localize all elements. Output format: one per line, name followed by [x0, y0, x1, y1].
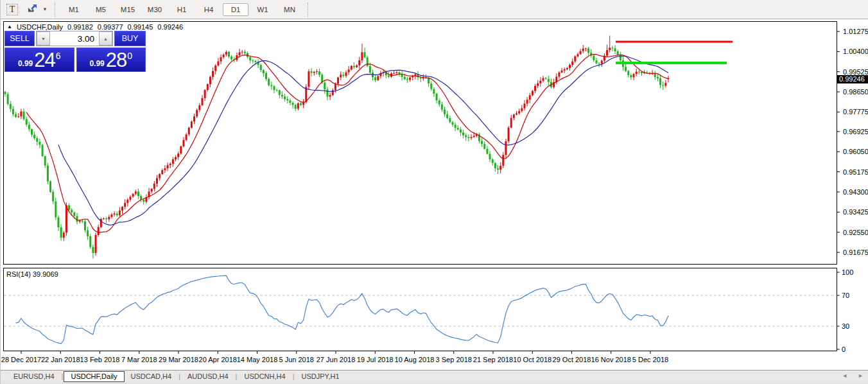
tab-scroll-left-icon[interactable]: ◄ — [842, 372, 847, 379]
svg-text:10 Oct 2018: 10 Oct 2018 — [513, 356, 551, 363]
price-axis[interactable]: 1.012751.004000.995250.986500.977750.969… — [837, 28, 868, 256]
ohlc-high: 0.99377 — [98, 23, 123, 31]
svg-text:16 Nov 2018: 16 Nov 2018 — [591, 356, 631, 363]
tab-scroll-arrows: ◄ ► — [842, 372, 864, 379]
svg-text:0.95175: 0.95175 — [843, 168, 868, 176]
svg-text:20 Apr 2018: 20 Apr 2018 — [199, 356, 237, 363]
triangle-down-icon: ▼ — [41, 37, 46, 41]
chart-tab-bar: EURUSD,H4|USDCHF,DailyUSDCAD,H4|AUDUSD,H… — [1, 370, 868, 382]
buy-price-box[interactable]: 0.99 28 0 — [76, 48, 146, 72]
svg-text:0.96050: 0.96050 — [843, 148, 868, 155]
ohlc-open: 0.99182 — [67, 23, 93, 31]
sell-button[interactable]: SELL — [4, 31, 35, 46]
svg-text:21 Sep 2018: 21 Sep 2018 — [473, 356, 513, 363]
svg-text:22 Jan 2018: 22 Jan 2018 — [41, 356, 80, 363]
svg-text:1.00400: 1.00400 — [843, 48, 868, 55]
svg-text:0.94300: 0.94300 — [843, 188, 868, 196]
svg-text:7 Mar 2018: 7 Mar 2018 — [121, 356, 157, 363]
subwindow-expand-icon[interactable]: ▲ — [7, 24, 12, 30]
svg-text:5 Dec 2018: 5 Dec 2018 — [632, 356, 668, 363]
chart-tab-usdchf[interactable]: USDCHF,Daily — [64, 371, 124, 382]
chart-header: ▲ USDCHF,Daily 0.99182 0.99377 0.99145 0… — [7, 23, 183, 31]
volume-value[interactable]: 3.00 — [50, 31, 99, 46]
svg-text:14 May 2018: 14 May 2018 — [237, 356, 278, 363]
svg-text:29 Oct 2018: 29 Oct 2018 — [553, 356, 591, 363]
chart-tab-eurusd[interactable]: EURUSD,H4 — [7, 372, 61, 381]
svg-text:0.98650: 0.98650 — [843, 88, 868, 96]
svg-text:0.93425: 0.93425 — [843, 208, 868, 216]
mt4-window: T ▼ M1M5M15M30H1H4D1W1MN 1.012751.004000… — [0, 0, 868, 384]
chart-symbol-label: USDCHF,Daily — [17, 23, 63, 31]
svg-text:0.99525: 0.99525 — [843, 68, 868, 76]
volume-stepper: ▼ 3.00 ▲ — [36, 31, 113, 46]
svg-text:3 Sep 2018: 3 Sep 2018 — [436, 356, 472, 363]
svg-text:5 Jun 2018: 5 Jun 2018 — [279, 356, 314, 363]
svg-text:1.01275: 1.01275 — [843, 28, 868, 35]
volume-decrease-button[interactable]: ▼ — [37, 31, 50, 46]
svg-text:10 Aug 2018: 10 Aug 2018 — [395, 356, 435, 363]
chart-tab-usdjpy[interactable]: USDJPY,H1 — [295, 372, 345, 381]
svg-text:0.91675: 0.91675 — [843, 249, 868, 256]
svg-text:27 Jun 2018: 27 Jun 2018 — [317, 356, 356, 363]
svg-text:28 Dec 2017: 28 Dec 2017 — [1, 356, 41, 363]
svg-text:13 Feb 2018: 13 Feb 2018 — [80, 356, 120, 363]
chart-tab-usdcad[interactable]: USDCAD,H4 — [125, 372, 178, 381]
svg-text:0.92550: 0.92550 — [843, 229, 868, 236]
triangle-up-icon: ▲ — [103, 37, 108, 41]
tab-scroll-right-icon[interactable]: ► — [858, 372, 864, 379]
svg-text:29 Mar 2018: 29 Mar 2018 — [159, 356, 198, 363]
sell-price-box[interactable]: 0.99 24 6 — [4, 48, 74, 72]
tab-divider: | — [293, 372, 295, 380]
tab-divider: | — [236, 372, 238, 380]
svg-text:70: 70 — [842, 292, 849, 299]
svg-text:0.97775: 0.97775 — [843, 108, 868, 116]
date-axis[interactable]: 28 Dec 201722 Jan 201813 Feb 20187 Mar 2… — [1, 351, 668, 364]
chart-tab-usdcnh[interactable]: USDCNH,H4 — [238, 372, 291, 381]
tab-divider: | — [178, 372, 180, 380]
svg-text:19 Jul 2018: 19 Jul 2018 — [357, 356, 394, 363]
ohlc-close: 0.99246 — [157, 23, 183, 31]
svg-text:0.96925: 0.96925 — [843, 128, 868, 135]
tab-divider: | — [62, 372, 64, 380]
chart-tab-audusd[interactable]: AUDUSD,H4 — [181, 372, 235, 381]
buy-button[interactable]: BUY — [114, 31, 146, 46]
svg-text:30: 30 — [842, 322, 849, 330]
svg-text:0: 0 — [842, 345, 846, 353]
ohlc-low: 0.99145 — [128, 23, 153, 31]
volume-increase-button[interactable]: ▲ — [99, 31, 112, 46]
current-price-badge: 0.99246 — [837, 75, 868, 83]
one-click-trading-panel: SELL ▼ 3.00 ▲ BUY 0.99 24 6 0. — [4, 31, 146, 72]
rsi-indicator-label: RSI(14) 39.9069 — [6, 270, 58, 278]
svg-text:100: 100 — [842, 268, 853, 276]
